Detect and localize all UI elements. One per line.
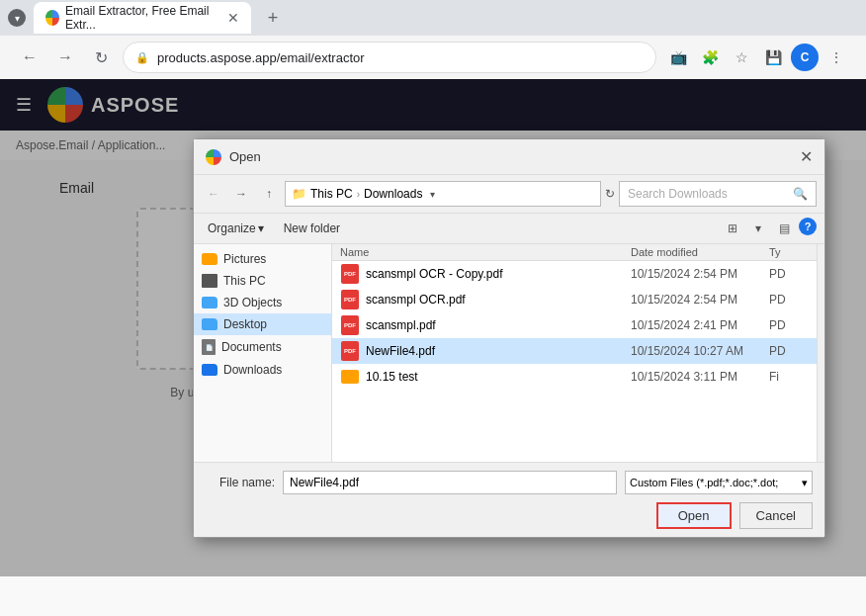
search-placeholder: Search Downloads bbox=[628, 187, 728, 201]
file-row-0[interactable]: PDF scansmpl OCR - Copy.pdf 10/15/2024 2… bbox=[332, 261, 817, 287]
reload-btn[interactable]: ↻ bbox=[87, 44, 115, 71]
dialog-forward-btn[interactable]: → bbox=[229, 182, 253, 206]
nav-downloads[interactable]: Downloads bbox=[194, 359, 331, 381]
nav-downloads-label: Downloads bbox=[223, 363, 282, 377]
active-tab[interactable]: Email Extractor, Free Email Extr... ✕ bbox=[34, 2, 251, 34]
filetype-select[interactable]: Custom Files (*.pdf;*.doc;*.dot; ▾ bbox=[625, 471, 813, 494]
footer-filename-row: File name: Custom Files (*.pdf;*.doc;*.d… bbox=[206, 471, 813, 494]
forward-btn[interactable]: → bbox=[51, 44, 79, 71]
file-date-0: 10/15/2024 2:54 PM bbox=[631, 267, 769, 281]
menu-btn[interactable]: ⋮ bbox=[823, 44, 850, 71]
organize-label: Organize bbox=[208, 221, 256, 235]
path-dropdown-arrow[interactable]: ▾ bbox=[430, 189, 435, 200]
file-date-1: 10/15/2024 2:54 PM bbox=[631, 293, 769, 307]
view-toggle-btn[interactable]: ▤ bbox=[773, 218, 795, 239]
monitor-icon bbox=[202, 274, 217, 288]
nav-3d-objects-label: 3D Objects bbox=[223, 296, 282, 309]
dialog-title-text: Open bbox=[229, 149, 261, 164]
view-list-btn[interactable]: ⊞ bbox=[722, 218, 743, 239]
col-name-header: Name bbox=[340, 246, 631, 258]
file-name-3: NewFile4.pdf bbox=[366, 344, 631, 358]
open-file-dialog: Open ✕ ← → ↑ 📁 This PC › Downloads ▾ ↻ S… bbox=[193, 138, 825, 538]
tab-title: Email Extractor, Free Email Extr... bbox=[65, 4, 221, 32]
file-type-4: Fi bbox=[769, 370, 809, 384]
file-type-3: PD bbox=[769, 344, 809, 358]
save-btn[interactable]: 💾 bbox=[759, 44, 787, 71]
new-folder-label: New folder bbox=[284, 221, 340, 235]
tab-dropdown-btn[interactable]: ▾ bbox=[8, 9, 26, 27]
dialog-toolbar: Organize ▾ New folder ⊞ ▾ ▤ ? bbox=[194, 214, 824, 244]
dialog-up-btn[interactable]: ↑ bbox=[257, 182, 281, 206]
dialog-back-btn[interactable]: ← bbox=[202, 182, 225, 206]
col-date-header: Date modified bbox=[631, 246, 769, 258]
back-btn[interactable]: ← bbox=[16, 44, 43, 71]
url-bar[interactable]: 🔒 products.aspose.app/email/extractor bbox=[123, 42, 656, 73]
toolbar-right: ⊞ ▾ ▤ ? bbox=[722, 218, 817, 239]
organize-btn[interactable]: Organize ▾ bbox=[202, 220, 270, 237]
file-name-0: scansmpl OCR - Copy.pdf bbox=[366, 267, 631, 281]
dialog-body: Pictures This PC 3D Objects Desktop 📄 Do… bbox=[194, 244, 824, 462]
url-text: products.aspose.app/email/extractor bbox=[157, 50, 644, 65]
search-icon: 🔍 bbox=[793, 187, 808, 201]
file-row-2[interactable]: PDF scansmpl.pdf 10/15/2024 2:41 PM PD bbox=[332, 312, 817, 338]
help-btn[interactable]: ? bbox=[799, 218, 817, 235]
file-name-4: 10.15 test bbox=[366, 370, 631, 384]
filename-label: File name: bbox=[206, 476, 275, 489]
path-sep-1: › bbox=[357, 189, 360, 200]
cancel-btn[interactable]: Cancel bbox=[739, 502, 813, 529]
nav-this-pc[interactable]: This PC bbox=[194, 270, 331, 292]
open-btn[interactable]: Open bbox=[656, 502, 732, 529]
file-type-1: PD bbox=[769, 293, 809, 307]
view-dropdown-btn[interactable]: ▾ bbox=[747, 218, 769, 239]
nav-desktop-label: Desktop bbox=[223, 317, 267, 331]
folder-desktop-icon bbox=[202, 318, 217, 330]
pdf-icon-3: PDF bbox=[340, 341, 360, 361]
col-type-header: Ty bbox=[769, 246, 809, 258]
tab-favicon bbox=[45, 10, 59, 26]
folder-icon bbox=[202, 253, 217, 265]
cast-btn[interactable]: 📺 bbox=[664, 44, 692, 71]
tab-bar: ▾ Email Extractor, Free Email Extr... ✕ … bbox=[0, 0, 866, 36]
folder-icon-inline: 📁 bbox=[292, 187, 306, 201]
file-list: Name Date modified Ty PDF scansmpl OCR -… bbox=[332, 244, 817, 462]
dialog-breadcrumb[interactable]: 📁 This PC › Downloads ▾ bbox=[285, 181, 601, 207]
file-name-1: scansmpl OCR.pdf bbox=[366, 293, 631, 307]
address-bar-row: ← → ↻ 🔒 products.aspose.app/email/extrac… bbox=[0, 36, 866, 79]
nav-pictures[interactable]: Pictures bbox=[194, 248, 331, 270]
refresh-btn[interactable]: ↻ bbox=[605, 187, 615, 201]
extension-btn[interactable]: 🧩 bbox=[696, 44, 724, 71]
filetype-value: Custom Files (*.pdf;*.doc;*.dot; bbox=[630, 477, 778, 488]
file-type-0: PD bbox=[769, 267, 809, 281]
file-row-4[interactable]: 10.15 test 10/15/2024 3:11 PM Fi bbox=[332, 364, 817, 390]
nav-desktop[interactable]: Desktop bbox=[194, 313, 331, 335]
pdf-icon-2: PDF bbox=[340, 315, 360, 335]
search-box[interactable]: Search Downloads 🔍 bbox=[619, 181, 817, 207]
file-row-3[interactable]: PDF NewFile4.pdf 10/15/2024 10:27 AM PD bbox=[332, 338, 817, 364]
scrollbar[interactable] bbox=[817, 244, 824, 462]
path-downloads: Downloads bbox=[364, 187, 422, 201]
doc-icon: 📄 bbox=[202, 339, 216, 355]
filename-input[interactable] bbox=[283, 471, 617, 494]
new-tab-btn[interactable]: + bbox=[259, 4, 287, 32]
nav-documents-label: Documents bbox=[221, 340, 282, 354]
filetype-arrow: ▾ bbox=[802, 477, 808, 489]
file-name-2: scansmpl.pdf bbox=[366, 318, 631, 332]
nav-3d-objects[interactable]: 3D Objects bbox=[194, 292, 331, 313]
toolbar-left: Organize ▾ New folder bbox=[202, 220, 346, 237]
dialog-close-btn[interactable]: ✕ bbox=[800, 147, 813, 166]
path-this-pc: This PC bbox=[310, 187, 353, 201]
file-row-1[interactable]: PDF scansmpl OCR.pdf 10/15/2024 2:54 PM … bbox=[332, 287, 817, 312]
profile-btn[interactable]: C bbox=[791, 44, 819, 71]
bookmark-btn[interactable]: ☆ bbox=[728, 44, 755, 71]
lock-icon: 🔒 bbox=[135, 51, 149, 64]
folder-3d-icon bbox=[202, 297, 217, 308]
pdf-icon-0: PDF bbox=[340, 264, 360, 284]
footer-actions: Open Cancel bbox=[206, 502, 813, 529]
new-folder-btn[interactable]: New folder bbox=[278, 220, 346, 237]
nav-documents[interactable]: 📄 Documents bbox=[194, 335, 331, 359]
dialog-title: Open bbox=[206, 149, 261, 165]
browser-chrome: ▾ Email Extractor, Free Email Extr... ✕ … bbox=[0, 0, 866, 79]
dialog-chrome-icon bbox=[206, 149, 221, 165]
organize-arrow: ▾ bbox=[258, 221, 264, 235]
tab-close-btn[interactable]: ✕ bbox=[227, 10, 239, 26]
